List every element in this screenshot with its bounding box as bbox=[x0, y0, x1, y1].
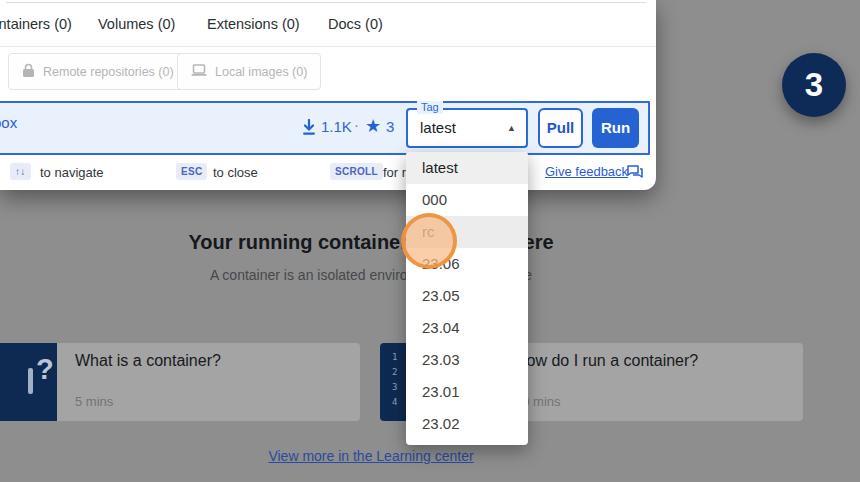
esc-key-badge: ESC bbox=[176, 163, 207, 180]
star-count: 3 bbox=[386, 118, 394, 135]
tutorial-step-badge: 3 bbox=[782, 53, 846, 117]
lock-icon bbox=[22, 63, 35, 81]
feedback-chat-icon[interactable] bbox=[627, 165, 643, 183]
hint-navigate: to navigate bbox=[40, 165, 104, 180]
card-title: What is a container? bbox=[75, 352, 221, 370]
tag-option-23-02[interactable]: 23.02 bbox=[406, 408, 528, 440]
star-icon: ★ bbox=[365, 115, 381, 137]
tag-option-000[interactable]: 000 bbox=[406, 184, 528, 216]
download-icon bbox=[301, 119, 317, 140]
tag-dropdown-menu: latest 000 rc 23.06 23.05 23.04 23.03 23… bbox=[406, 152, 528, 445]
search-results-panel: Containers (0) Volumes (0) Extensions (0… bbox=[0, 0, 656, 190]
tag-select-label: Tag bbox=[417, 101, 443, 114]
card-title: How do I run a container? bbox=[515, 352, 698, 370]
download-count: 1.1K bbox=[321, 118, 352, 135]
learning-center-link[interactable]: View more in the Learning center bbox=[268, 448, 473, 464]
arrow-keys-badge: ↑↓ bbox=[10, 163, 31, 180]
tab-volumes[interactable]: Volumes (0) bbox=[98, 16, 175, 32]
divider bbox=[0, 46, 656, 47]
learning-card-what-is-container[interactable]: ? What is a container? 5 mins bbox=[0, 343, 360, 421]
tag-option-23-01[interactable]: 23.01 bbox=[406, 376, 528, 408]
tag-option-23-04[interactable]: 23.04 bbox=[406, 312, 528, 344]
tag-option-rc[interactable]: rc bbox=[406, 216, 528, 248]
pull-button[interactable]: Pull bbox=[538, 108, 583, 148]
hint-close: to close bbox=[213, 165, 258, 180]
screen: Your running containers show up here A c… bbox=[0, 0, 860, 482]
tab-docs[interactable]: Docs (0) bbox=[328, 16, 383, 32]
card-duration: 5 mins bbox=[75, 394, 113, 409]
filter-local-images[interactable]: Local images (0) bbox=[177, 53, 321, 90]
filter-label: Local images (0) bbox=[215, 65, 307, 79]
tab-containers[interactable]: Containers (0) bbox=[0, 16, 72, 32]
tag-select-value: latest bbox=[420, 119, 456, 136]
chevron-up-icon: ▲ bbox=[507, 123, 516, 133]
filter-remote-repositories[interactable]: Remote repositories (0) bbox=[8, 53, 188, 90]
scroll-key-badge: SCROLL bbox=[330, 163, 383, 180]
divider bbox=[6, 2, 646, 3]
tag-option-23-06[interactable]: 23.06 bbox=[406, 248, 528, 280]
question-mark-icon: ? bbox=[0, 343, 57, 421]
tab-extensions[interactable]: Extensions (0) bbox=[207, 16, 300, 32]
separator-dot: · bbox=[354, 116, 359, 133]
filter-label: Remote repositories (0) bbox=[43, 65, 174, 79]
give-feedback-link[interactable]: Give feedback bbox=[545, 164, 628, 179]
tag-option-latest[interactable]: latest bbox=[406, 152, 528, 184]
tag-select[interactable]: Tag latest ▲ bbox=[406, 108, 528, 148]
laptop-icon bbox=[191, 64, 207, 80]
image-name: box bbox=[0, 114, 17, 131]
tag-option-23-03[interactable]: 23.03 bbox=[406, 344, 528, 376]
run-button[interactable]: Run bbox=[592, 108, 639, 148]
tag-option-23-05[interactable]: 23.05 bbox=[406, 280, 528, 312]
